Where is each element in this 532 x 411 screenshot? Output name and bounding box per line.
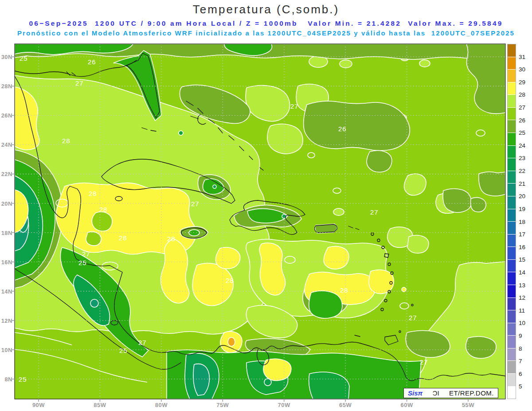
colorbar bbox=[507, 44, 516, 399]
colorbar-segment bbox=[508, 44, 516, 57]
lat-axis-label: 28N bbox=[0, 83, 12, 90]
lat-axis-label: 24N bbox=[0, 141, 12, 148]
colorbar-label: 31 bbox=[519, 53, 532, 60]
contour-label: 27 bbox=[75, 79, 84, 87]
lat-axis-label: 16N bbox=[0, 258, 12, 265]
lon-axis-label: 85W bbox=[86, 402, 113, 408]
lat-axis-label: 30N bbox=[0, 54, 12, 60]
colorbar-label: 21 bbox=[519, 180, 532, 187]
colorbar-segment bbox=[508, 260, 516, 273]
colorbar-label: 8 bbox=[519, 345, 532, 352]
colorbar-segment bbox=[508, 374, 516, 387]
temperature-shading: 2526272827262828282827252828272727272525… bbox=[15, 44, 505, 399]
contour-label: 28 bbox=[62, 137, 70, 145]
temp-region bbox=[324, 246, 349, 269]
temp-region bbox=[466, 337, 496, 358]
colorbar-label: 22 bbox=[519, 168, 532, 174]
colorbar-segment bbox=[508, 146, 516, 159]
colorbar-segment bbox=[508, 57, 516, 70]
temp-region bbox=[367, 150, 392, 172]
colorbar-label: 17 bbox=[519, 231, 532, 238]
colorbar-segment bbox=[508, 209, 516, 222]
lon-axis-label: 65W bbox=[332, 402, 359, 408]
temp-region bbox=[92, 212, 112, 231]
contour-label: 27 bbox=[409, 314, 417, 321]
temp-region bbox=[443, 188, 471, 212]
temp-region bbox=[90, 299, 98, 307]
colorbar-label: 6 bbox=[519, 370, 532, 377]
temp-region bbox=[309, 291, 342, 318]
colorbar-label: 11 bbox=[519, 307, 532, 313]
colorbar-label: 13 bbox=[519, 282, 532, 288]
contour-label: 25 bbox=[19, 376, 27, 383]
lon-axis-label: 70W bbox=[271, 402, 297, 408]
colorbar-segment bbox=[508, 70, 516, 82]
temp-region bbox=[179, 131, 183, 135]
lat-axis-label: 8N bbox=[0, 376, 12, 382]
contour-label: 27 bbox=[82, 250, 90, 258]
temp-region bbox=[340, 60, 352, 68]
contour-label: 28 bbox=[167, 235, 176, 243]
colorbar-label: 26 bbox=[519, 117, 532, 123]
lat-axis-label: 10N bbox=[0, 346, 12, 353]
colorbar-segment bbox=[508, 285, 516, 298]
contour-label: 27 bbox=[370, 208, 379, 216]
colorbar-label: 16 bbox=[519, 243, 532, 250]
watermark-box: Sisπ ƆI ET/REP.DOM. bbox=[403, 388, 498, 398]
watermark-agency-label: ET/REP.DOM. bbox=[449, 389, 494, 397]
colorbar-label: 9 bbox=[519, 332, 532, 339]
temp-region bbox=[263, 359, 291, 380]
contour-label: 28 bbox=[99, 206, 108, 213]
lon-axis-label: 75W bbox=[209, 402, 236, 408]
colorbar-label: 27 bbox=[519, 104, 532, 111]
contour-label: 26 bbox=[338, 125, 347, 133]
colorbar-segment bbox=[508, 95, 516, 108]
colorbar-segment bbox=[508, 310, 516, 323]
colorbar-label: 7 bbox=[519, 358, 532, 364]
watermark-onamet-logo: ƆI bbox=[433, 389, 439, 397]
lat-axis-label: 22N bbox=[0, 171, 12, 177]
colorbar-label: 19 bbox=[519, 205, 532, 212]
lon-axis-label: 90W bbox=[25, 402, 52, 408]
contour-label: 28 bbox=[89, 190, 97, 197]
colorbar-label: 15 bbox=[519, 256, 532, 263]
colorbar-segment bbox=[508, 323, 516, 336]
colorbar-segment bbox=[508, 171, 516, 184]
colorbar-label: 23 bbox=[519, 155, 532, 161]
contour-label: 28 bbox=[226, 277, 234, 284]
contour-label: 27 bbox=[191, 200, 200, 207]
temp-region bbox=[267, 124, 303, 154]
colorbar-segment bbox=[508, 158, 516, 171]
contour-label: 25 bbox=[20, 55, 28, 62]
colorbar-label: 14 bbox=[519, 269, 532, 275]
contour-label: 27 bbox=[420, 358, 428, 366]
lon-axis-label: 60W bbox=[394, 402, 420, 408]
colorbar-segment bbox=[508, 298, 516, 311]
contour-label: 25 bbox=[119, 347, 128, 354]
colorbar-label: 10 bbox=[519, 320, 532, 326]
colorbar-segment bbox=[508, 108, 516, 121]
colorbar-label: 20 bbox=[519, 193, 532, 200]
colorbar-label: 28 bbox=[519, 91, 532, 98]
contour-label: 28 bbox=[119, 234, 127, 242]
contour-label: 28 bbox=[340, 286, 348, 294]
map-canvas: 2526272827262828282827252828272727272525… bbox=[0, 0, 532, 411]
weather-map-figure: Temperatura (C,somb.) 06−Sep−2025 1200 U… bbox=[0, 0, 532, 411]
colorbar-segment bbox=[508, 120, 516, 133]
colorbar-segment bbox=[508, 235, 516, 247]
temp-region bbox=[86, 232, 101, 246]
watermark-sispi-logo: Sisπ bbox=[408, 389, 422, 397]
colorbar-segment bbox=[508, 272, 516, 285]
lon-axis-label: 80W bbox=[148, 402, 175, 408]
colorbar-segment bbox=[508, 348, 516, 361]
lat-axis-label: 12N bbox=[0, 317, 12, 324]
contour-label: 26 bbox=[88, 58, 96, 66]
colorbar-segment bbox=[508, 222, 516, 235]
colorbar-segment bbox=[508, 361, 516, 374]
temp-region bbox=[213, 185, 216, 188]
lat-axis-label: 20N bbox=[0, 200, 12, 207]
contour-label: 27 bbox=[290, 102, 299, 110]
colorbar-segment bbox=[508, 196, 516, 209]
colorbar-label: 29 bbox=[519, 78, 532, 85]
colorbar-segment bbox=[508, 82, 516, 95]
